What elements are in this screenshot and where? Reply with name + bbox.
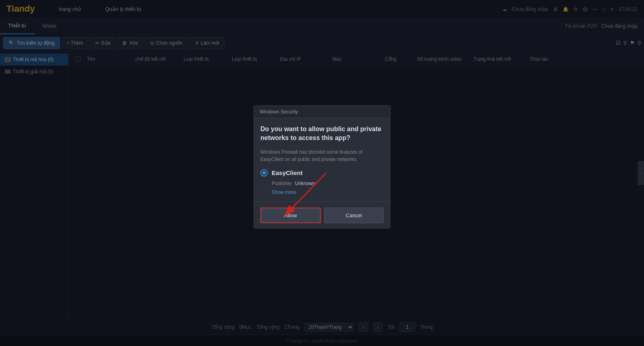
- radio-button[interactable]: [260, 169, 268, 177]
- radio-inner: [262, 171, 266, 175]
- dialog-separator: [254, 202, 390, 202]
- publisher-value: Unknown: [295, 181, 315, 186]
- publisher-row: Publisher Unknown: [272, 181, 384, 186]
- dialog-header: Windows Security: [254, 106, 390, 118]
- publisher-label: Publisher: [272, 181, 292, 186]
- dialog-body: Do you want to allow public and private …: [254, 118, 390, 228]
- dialog-header-title: Windows Security: [260, 109, 298, 115]
- allow-button[interactable]: Allow: [260, 208, 321, 223]
- dialog-buttons: Allow Cancel: [260, 208, 384, 223]
- cancel-button[interactable]: Cancel: [324, 208, 384, 223]
- dialog-title: Do you want to allow public and private …: [260, 125, 384, 143]
- show-more-link[interactable]: Show more: [272, 189, 384, 195]
- dialog-app-row: EasyClient: [260, 169, 384, 177]
- windows-security-dialog: Windows Security Do you want to allow pu…: [254, 105, 390, 229]
- app-name-label: EasyClient: [272, 169, 303, 176]
- dialog-description: Windows Firewall has blocked some featur…: [260, 148, 384, 163]
